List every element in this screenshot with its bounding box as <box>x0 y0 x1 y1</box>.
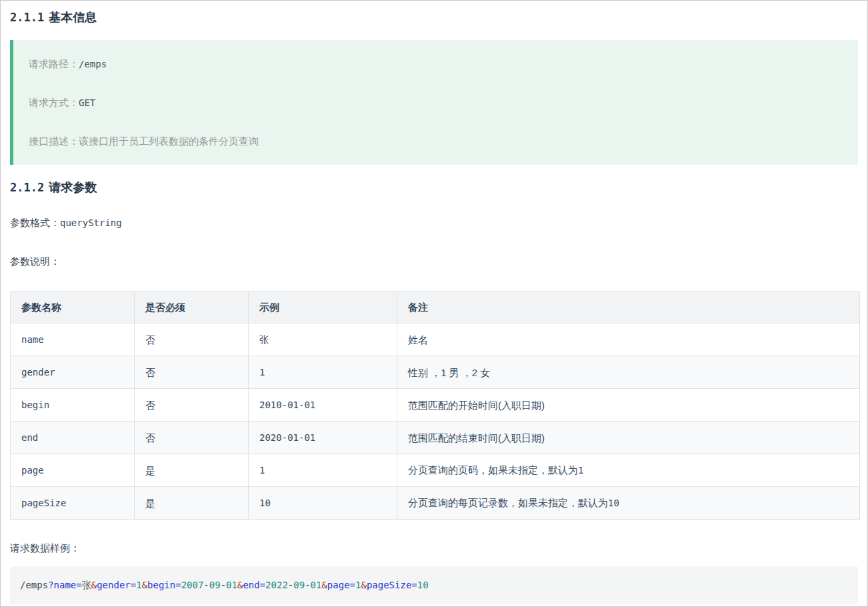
cell-param-name: page <box>11 454 135 487</box>
cell-remark: 分页查询的页码，如果未指定，默认为1 <box>397 454 860 487</box>
code-token: 1 <box>136 580 141 590</box>
table-row: page是1分页查询的页码，如果未指定，默认为1 <box>11 454 860 487</box>
column-header: 备注 <box>397 291 860 324</box>
param-name-code: gender <box>21 367 55 378</box>
cell-param-name: name <box>11 324 135 356</box>
remark-text: 范围匹配的开始时间(入职日期) <box>408 400 545 411</box>
remark-text: 姓名 <box>408 334 428 346</box>
remark-text: 范围匹配的结束时间(入职日期) <box>408 432 545 444</box>
remark-text: 性别 ，1 男 ，2 女 <box>408 367 490 378</box>
section-heading-request-params: 2.1.2请求参数 <box>10 179 858 195</box>
cell-required: 是 <box>135 487 249 520</box>
code-token: & <box>321 580 327 590</box>
cell-remark: 姓名 <box>397 324 860 356</box>
cell-example: 2010-01-01 <box>249 389 397 422</box>
param-format-label: 参数格式： <box>10 217 60 228</box>
code-token: page= <box>327 580 355 590</box>
cell-example: 10 <box>249 487 397 520</box>
cell-param-name: end <box>11 422 135 454</box>
callout-code-value: GET <box>79 97 95 108</box>
code-token: ?name= <box>48 580 82 590</box>
code-token: & <box>91 580 97 590</box>
table-header-row: 参数名称是否必须示例备注 <box>11 291 860 324</box>
cell-remark: 性别 ，1 男 ，2 女 <box>397 356 860 389</box>
params-table-body: name否张姓名gender否1性别 ，1 男 ，2 女begin否2010-0… <box>11 324 860 520</box>
code-token: & <box>142 580 147 590</box>
cell-required: 否 <box>135 422 249 454</box>
param-desc-label: 参数说明： <box>10 254 858 268</box>
cell-example: 1 <box>249 454 397 487</box>
cell-param-name: pageSize <box>11 487 135 520</box>
cell-required: 否 <box>135 356 249 389</box>
example-code: 2020-01-01 <box>259 432 315 443</box>
example-code: 10 <box>259 498 271 508</box>
column-header: 是否必须 <box>135 291 249 324</box>
callout-code-value: /emps <box>79 59 107 69</box>
column-header: 示例 <box>249 291 397 324</box>
code-token: 张 <box>82 580 91 590</box>
cell-remark: 范围匹配的结束时间(入职日期) <box>397 422 860 454</box>
table-row: begin否2010-01-01范围匹配的开始时间(入职日期) <box>11 389 860 422</box>
heading-number: 2.1.2 <box>10 181 44 194</box>
param-format-value: queryString <box>60 217 122 228</box>
code-token: - <box>203 580 209 590</box>
remark-code: 1 <box>578 465 583 476</box>
param-name-code: pageSize <box>21 498 66 508</box>
params-table-head: 参数名称是否必须示例备注 <box>11 291 860 324</box>
param-name-code: begin <box>21 400 49 410</box>
code-token: 09 <box>209 580 221 590</box>
cell-required: 是 <box>135 454 249 487</box>
params-table: 参数名称是否必须示例备注 name否张姓名gender否1性别 ，1 男 ，2 … <box>10 291 860 520</box>
param-format-line: 参数格式：queryString <box>10 215 858 230</box>
request-sample-code-block: /emps?name=张&gender=1&begin=2007-09-01&e… <box>10 566 858 604</box>
code-token: 10 <box>417 580 429 590</box>
sample-label: 请求数据样例： <box>10 541 858 555</box>
code-token: & <box>361 580 366 590</box>
code-token: gender= <box>97 580 136 590</box>
callout-line: 请求方式：GET <box>29 95 842 110</box>
table-row: name否张姓名 <box>11 324 860 356</box>
code-token: 09 <box>293 580 305 590</box>
table-row: end否2020-01-01范围匹配的结束时间(入职日期) <box>11 422 860 454</box>
callout-line: 请求路径：/emps <box>29 57 842 71</box>
table-row: gender否1性别 ，1 男 ，2 女 <box>11 356 860 389</box>
code-token: 2022 <box>265 580 288 590</box>
code-token: 01 <box>311 580 322 590</box>
code-token: /emps <box>20 580 48 590</box>
code-token: end= <box>243 580 265 590</box>
callout-label: 请求路径： <box>29 58 79 69</box>
table-row: pageSize是10分页查询的每页记录数，如果未指定，默认为10 <box>11 487 860 520</box>
code-token: begin= <box>147 580 181 590</box>
cell-example: 2020-01-01 <box>249 422 397 454</box>
code-token: 2007 <box>181 580 204 590</box>
example-code: 1 <box>259 465 265 476</box>
cell-remark: 分页查询的每页记录数，如果未指定，默认为10 <box>397 487 860 520</box>
param-name-code: name <box>21 334 44 345</box>
cell-required: 否 <box>135 389 249 422</box>
section-heading-basic-info: 2.1.1基本信息 <box>10 9 858 25</box>
heading-title: 基本信息 <box>49 11 97 24</box>
api-info-callout: 请求路径：/emps请求方式：GET接口描述：该接口用于员工列表数据的条件分页查… <box>10 40 858 165</box>
column-header: 参数名称 <box>11 291 135 324</box>
cell-param-name: gender <box>11 356 135 389</box>
remark-text: 分页查询的页码，如果未指定，默认为 <box>408 464 578 476</box>
example-code: 1 <box>259 367 265 378</box>
callout-line: 接口描述：该接口用于员工列表数据的条件分页查询 <box>29 134 842 148</box>
code-token: 01 <box>226 580 237 590</box>
example-code: 2010-01-01 <box>259 400 315 410</box>
remark-text: 分页查询的每页记录数，如果未指定，默认为 <box>408 497 608 508</box>
param-name-code: end <box>21 432 38 443</box>
param-name-code: page <box>21 465 44 476</box>
code-token: - <box>305 580 310 590</box>
api-doc-page: 2.1.1基本信息 请求路径：/emps请求方式：GET接口描述：该接口用于员工… <box>0 0 868 607</box>
cell-example: 1 <box>249 356 397 389</box>
remark-code: 10 <box>608 498 619 508</box>
cell-example: 张 <box>249 324 397 356</box>
heading-number: 2.1.1 <box>10 11 44 24</box>
heading-title: 请求参数 <box>49 181 97 194</box>
code-token: - <box>221 580 226 590</box>
example-code: 张 <box>259 334 269 345</box>
callout-label: 接口描述：该接口用于员工列表数据的条件分页查询 <box>29 135 259 147</box>
cell-remark: 范围匹配的开始时间(入职日期) <box>397 389 860 422</box>
code-token: pageSize= <box>367 580 417 590</box>
